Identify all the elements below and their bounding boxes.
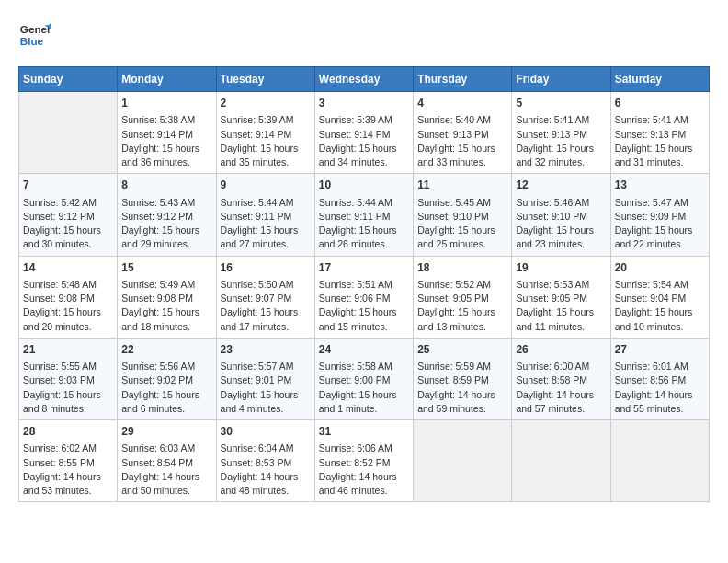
day-number: 12 xyxy=(516,178,606,193)
cell-text-line: Daylight: 14 hours xyxy=(516,388,606,402)
day-number: 18 xyxy=(417,260,507,276)
calendar-cell: 4Sunrise: 5:40 AMSunset: 9:13 PMDaylight… xyxy=(414,92,512,174)
cell-text-line: and 35 minutes. xyxy=(221,155,311,169)
cell-text-line: Sunrise: 6:04 AM xyxy=(221,442,311,455)
day-number: 13 xyxy=(615,178,705,193)
calendar-header-row: SundayMondayTuesdayWednesdayThursdayFrid… xyxy=(19,67,710,92)
calendar-cell xyxy=(19,92,118,174)
calendar-cell: 7Sunrise: 5:42 AMSunset: 9:12 PMDaylight… xyxy=(19,174,118,256)
cell-text-line: Sunrise: 5:53 AM xyxy=(516,278,606,292)
day-number: 1 xyxy=(121,96,211,111)
calendar-cell: 14Sunrise: 5:48 AMSunset: 9:08 PMDayligh… xyxy=(19,256,118,338)
cell-text-line: Sunrise: 5:41 AM xyxy=(516,113,606,127)
cell-text-line: Sunset: 9:06 PM xyxy=(319,292,409,305)
cell-text-line: and 29 minutes. xyxy=(121,237,211,251)
calendar-cell: 9Sunrise: 5:44 AMSunset: 9:11 PMDaylight… xyxy=(216,174,314,256)
cell-text-line: Sunrise: 6:00 AM xyxy=(516,360,606,373)
cell-text-line: Daylight: 15 hours xyxy=(221,305,311,319)
svg-text:Blue: Blue xyxy=(20,35,44,47)
day-number: 31 xyxy=(319,424,409,440)
calendar-cell: 22Sunrise: 5:56 AMSunset: 9:02 PMDayligh… xyxy=(118,338,216,419)
header-saturday: Saturday xyxy=(610,67,709,92)
cell-text-line: Sunrise: 5:49 AM xyxy=(121,278,211,292)
header-wednesday: Wednesday xyxy=(314,67,413,92)
cell-text-line: Sunrise: 5:58 AM xyxy=(319,360,409,373)
day-number: 9 xyxy=(221,178,311,193)
cell-text-line: Sunrise: 5:46 AM xyxy=(516,196,606,210)
cell-text-line: and 32 minutes. xyxy=(516,155,606,169)
calendar-cell: 11Sunrise: 5:45 AMSunset: 9:10 PMDayligh… xyxy=(414,174,512,256)
calendar-cell: 12Sunrise: 5:46 AMSunset: 9:10 PMDayligh… xyxy=(512,174,610,256)
day-number: 8 xyxy=(121,178,211,193)
header-tuesday: Tuesday xyxy=(216,67,314,92)
cell-text-line: and 4 minutes. xyxy=(221,402,311,416)
cell-text-line: and 20 minutes. xyxy=(23,320,113,334)
day-number: 7 xyxy=(23,178,113,193)
calendar-cell: 17Sunrise: 5:51 AMSunset: 9:06 PMDayligh… xyxy=(314,256,413,338)
calendar-body: 1Sunrise: 5:38 AMSunset: 9:14 PMDaylight… xyxy=(19,92,710,502)
cell-text-line: Sunset: 9:10 PM xyxy=(417,210,507,224)
cell-text-line: Daylight: 15 hours xyxy=(417,305,507,319)
cell-text-line: Sunset: 8:54 PM xyxy=(121,456,211,470)
cell-text-line: Daylight: 14 hours xyxy=(417,388,507,402)
calendar-week-1: 1Sunrise: 5:38 AMSunset: 9:14 PMDaylight… xyxy=(19,92,710,174)
cell-text-line: Sunset: 9:14 PM xyxy=(319,128,409,142)
calendar-cell: 21Sunrise: 5:55 AMSunset: 9:03 PMDayligh… xyxy=(19,338,118,419)
cell-text-line: and 13 minutes. xyxy=(417,320,507,334)
cell-text-line: Daylight: 15 hours xyxy=(121,305,211,319)
svg-text:General: General xyxy=(20,23,51,35)
cell-text-line: Sunset: 9:14 PM xyxy=(221,128,311,142)
cell-text-line: Daylight: 15 hours xyxy=(516,305,606,319)
cell-text-line: and 50 minutes. xyxy=(121,484,211,498)
day-number: 25 xyxy=(417,342,507,358)
cell-text-line: Daylight: 15 hours xyxy=(23,388,113,402)
cell-text-line: and 34 minutes. xyxy=(319,155,409,169)
logo: General Blue xyxy=(18,18,59,52)
calendar-cell: 25Sunrise: 5:59 AMSunset: 8:59 PMDayligh… xyxy=(414,338,512,419)
cell-text-line: Daylight: 15 hours xyxy=(221,142,311,155)
calendar-cell: 13Sunrise: 5:47 AMSunset: 9:09 PMDayligh… xyxy=(610,174,709,256)
cell-text-line: Sunrise: 5:40 AM xyxy=(417,113,507,127)
calendar-cell: 23Sunrise: 5:57 AMSunset: 9:01 PMDayligh… xyxy=(216,338,314,419)
cell-text-line: Sunset: 9:08 PM xyxy=(121,292,211,305)
cell-text-line: Sunrise: 5:39 AM xyxy=(221,113,311,127)
cell-text-line: and 55 minutes. xyxy=(615,402,705,416)
calendar-cell: 28Sunrise: 6:02 AMSunset: 8:55 PMDayligh… xyxy=(19,420,118,502)
calendar-cell: 20Sunrise: 5:54 AMSunset: 9:04 PMDayligh… xyxy=(610,256,709,338)
header-sunday: Sunday xyxy=(19,67,118,92)
cell-text-line: Sunset: 9:14 PM xyxy=(121,128,211,142)
cell-text-line: Sunrise: 5:50 AM xyxy=(221,278,311,292)
cell-text-line: and 46 minutes. xyxy=(319,484,409,498)
cell-text-line: Sunset: 9:00 PM xyxy=(319,373,409,387)
cell-text-line: Sunset: 9:05 PM xyxy=(516,292,606,305)
cell-text-line: and 48 minutes. xyxy=(221,484,311,498)
day-number: 28 xyxy=(23,424,113,440)
day-number: 3 xyxy=(319,96,409,111)
cell-text-line: and 23 minutes. xyxy=(516,237,606,251)
calendar-cell: 15Sunrise: 5:49 AMSunset: 9:08 PMDayligh… xyxy=(118,256,216,338)
cell-text-line: Sunrise: 5:47 AM xyxy=(615,196,705,210)
calendar-cell: 2Sunrise: 5:39 AMSunset: 9:14 PMDaylight… xyxy=(216,92,314,174)
cell-text-line: Sunset: 9:13 PM xyxy=(615,128,705,142)
cell-text-line: and 10 minutes. xyxy=(615,320,705,334)
cell-text-line: Sunset: 9:11 PM xyxy=(221,210,311,224)
cell-text-line: Daylight: 15 hours xyxy=(23,224,113,237)
cell-text-line: and 59 minutes. xyxy=(417,402,507,416)
logo-icon: General Blue xyxy=(18,18,51,52)
cell-text-line: and 15 minutes. xyxy=(319,320,409,334)
cell-text-line: Daylight: 15 hours xyxy=(615,224,705,237)
day-number: 17 xyxy=(319,260,409,276)
day-number: 20 xyxy=(615,260,705,276)
cell-text-line: and 17 minutes. xyxy=(221,320,311,334)
day-number: 4 xyxy=(417,96,507,111)
day-number: 15 xyxy=(121,260,211,276)
cell-text-line: Sunset: 8:56 PM xyxy=(615,373,705,387)
header-thursday: Thursday xyxy=(414,67,512,92)
cell-text-line: and 33 minutes. xyxy=(417,155,507,169)
cell-text-line: Daylight: 15 hours xyxy=(121,224,211,237)
cell-text-line: Daylight: 15 hours xyxy=(319,142,409,155)
cell-text-line: Sunset: 9:08 PM xyxy=(23,292,113,305)
cell-text-line: Daylight: 15 hours xyxy=(221,388,311,402)
calendar-cell xyxy=(610,420,709,502)
cell-text-line: Sunrise: 5:57 AM xyxy=(221,360,311,373)
